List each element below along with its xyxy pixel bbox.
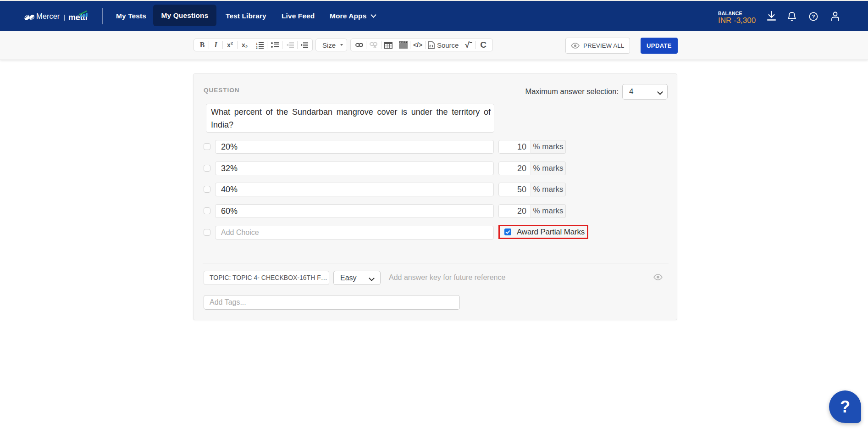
svg-text:1: 1	[256, 42, 258, 45]
svg-text:2: 2	[256, 45, 258, 49]
svg-text:?: ?	[812, 14, 815, 19]
